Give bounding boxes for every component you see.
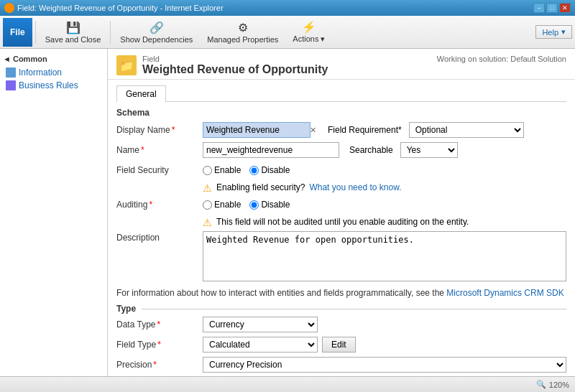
- data-type-select[interactable]: Currency: [203, 317, 318, 332]
- precision-label: Precision*: [116, 360, 203, 370]
- tab-general[interactable]: General: [116, 85, 166, 102]
- field-icon: 📁: [116, 55, 137, 75]
- auditing-radios: Enable Disable: [203, 200, 566, 210]
- description-label: Description: [116, 231, 203, 243]
- field-security-radios: Enable Disable: [203, 165, 566, 175]
- display-name-input[interactable]: [203, 122, 310, 138]
- field-type-select[interactable]: Calculated: [203, 337, 318, 353]
- warning-icon-2: ⚠: [203, 217, 212, 228]
- minimize-button[interactable]: −: [533, 3, 545, 13]
- zoom-indicator: 🔍 120%: [536, 380, 569, 389]
- what-you-need-link[interactable]: What you need to know.: [309, 182, 401, 192]
- sidebar: ◄ Common Information Business Rules: [0, 49, 108, 376]
- field-requirement-label: Field Requirement*: [328, 125, 402, 135]
- type-divider-line: [142, 309, 566, 309]
- window-controls: − □ ✕: [533, 3, 571, 13]
- zoom-level: 120%: [549, 381, 569, 389]
- help-button[interactable]: Help ▾: [535, 25, 572, 39]
- display-name-row: Display Name* ✕ Field Requirement* Optio…: [116, 122, 566, 138]
- managed-props-icon: ⚙: [238, 21, 248, 34]
- field-security-enable[interactable]: Enable: [203, 165, 241, 175]
- precision-control: Currency Precision 012345: [203, 357, 566, 373]
- description-textarea[interactable]: Weighted Revenue for open opportunities.: [203, 231, 566, 281]
- edit-button[interactable]: Edit: [322, 337, 356, 353]
- file-button[interactable]: File: [3, 18, 32, 47]
- auditing-enable[interactable]: Enable: [203, 200, 241, 210]
- actions-label: Actions ▾: [293, 34, 325, 44]
- field-security-enable-radio[interactable]: [203, 166, 212, 175]
- data-type-row: Data Type* Currency: [116, 317, 566, 332]
- tab-header: General: [116, 85, 566, 102]
- window-title: Field: Weighted Revenue of Opportunity -…: [17, 4, 224, 12]
- auditing-enable-radio[interactable]: [203, 200, 212, 210]
- type-section-title: Type: [116, 304, 136, 314]
- save-close-label: Save and Close: [45, 35, 101, 44]
- field-type-control: Calculated Edit: [203, 337, 566, 353]
- data-type-control: Currency: [203, 317, 566, 332]
- close-button[interactable]: ✕: [559, 3, 571, 13]
- crm-sdk-link[interactable]: Microsoft Dynamics CRM SDK: [446, 288, 564, 298]
- business-rules-icon: [6, 80, 16, 90]
- toolbar: File 💾 Save and Close 🔗 Show Dependencie…: [0, 16, 575, 49]
- auditing-row: Auditing* Enable Disable: [116, 197, 566, 213]
- app-icon: [4, 3, 14, 13]
- description-row: Description Weighted Revenue for open op…: [116, 231, 566, 284]
- info-row: For information about how to interact wi…: [116, 288, 566, 298]
- field-type-label: Field Type*: [116, 340, 203, 350]
- description-control: Weighted Revenue for open opportunities.: [203, 231, 566, 284]
- field-security-label: Field Security: [116, 165, 203, 175]
- actions-icon: ⚡: [302, 20, 316, 34]
- field-security-warning: ⚠ Enabling field security? What you need…: [203, 182, 566, 194]
- auditing-label: Auditing*: [116, 200, 203, 210]
- toolbar-separator-1: [35, 21, 36, 44]
- help-label: Help: [542, 28, 558, 37]
- warning-icon-1: ⚠: [203, 182, 212, 194]
- display-name-label: Display Name*: [116, 125, 203, 135]
- schema-section-title: Schema: [116, 108, 566, 118]
- entity-info: Field Weighted Revenue of Opportunity: [142, 55, 328, 76]
- auditing-warning-text: This field will not be audited until you…: [216, 217, 469, 227]
- managed-properties-button[interactable]: ⚙ Managed Properties: [201, 18, 285, 47]
- sidebar-item-business-rules-label: Business Rules: [19, 80, 78, 90]
- show-dependencies-button[interactable]: 🔗 Show Dependencies: [114, 18, 199, 47]
- field-security-disable[interactable]: Disable: [249, 165, 290, 175]
- working-on-label: Working on solution: Default Solution: [437, 55, 566, 63]
- form-area: General Schema Display Name* ✕ Field Req…: [108, 80, 575, 376]
- help-arrow: ▾: [561, 27, 566, 37]
- name-controls: Searchable Yes No: [203, 142, 566, 158]
- auditing-disable[interactable]: Disable: [249, 200, 290, 210]
- sidebar-section-common: ◄ Common: [3, 55, 104, 63]
- sidebar-item-information[interactable]: Information: [3, 66, 104, 79]
- information-icon: [6, 67, 16, 78]
- searchable-label: Searchable: [349, 145, 393, 155]
- sidebar-item-information-label: Information: [19, 67, 62, 78]
- field-security-warning-text: Enabling field security?: [216, 182, 305, 192]
- save-close-button[interactable]: 💾 Save and Close: [39, 18, 108, 47]
- managed-properties-label: Managed Properties: [207, 35, 278, 44]
- toolbar-separator-2: [110, 21, 111, 44]
- field-requirement-select[interactable]: Optional Business Recommended Business R…: [409, 122, 524, 138]
- name-label: Name*: [116, 145, 203, 155]
- display-name-input-wrapper: ✕: [203, 122, 318, 138]
- searchable-select[interactable]: Yes No: [400, 142, 458, 158]
- actions-button[interactable]: ⚡ Actions ▾: [286, 18, 331, 47]
- precision-select[interactable]: Currency Precision 012345: [203, 357, 566, 373]
- save-close-icon: 💾: [66, 21, 80, 34]
- name-input[interactable]: [203, 142, 339, 158]
- auditing-disable-radio[interactable]: [249, 200, 259, 210]
- type-divider: Type: [116, 304, 566, 314]
- field-security-row: Field Security Enable Disable: [116, 162, 566, 178]
- field-type-row: Field Type* Calculated Edit: [116, 337, 566, 353]
- content-header: 📁 Field Weighted Revenue of Opportunity …: [108, 49, 575, 80]
- main-area: ◄ Common Information Business Rules 📁 Fi…: [0, 49, 575, 376]
- name-row: Name* Searchable Yes No: [116, 142, 566, 158]
- sidebar-item-business-rules[interactable]: Business Rules: [3, 79, 104, 92]
- status-bar: 🔍 120%: [0, 376, 575, 392]
- show-dependencies-label: Show Dependencies: [120, 35, 193, 44]
- auditing-warning: ⚠ This field will not be audited until y…: [203, 217, 566, 228]
- entity-label: Field: [142, 55, 328, 63]
- field-security-disable-radio[interactable]: [249, 166, 259, 175]
- content-title-area: 📁 Field Weighted Revenue of Opportunity: [116, 55, 328, 76]
- maximize-button[interactable]: □: [546, 3, 558, 13]
- display-name-clear-button[interactable]: ✕: [310, 126, 316, 135]
